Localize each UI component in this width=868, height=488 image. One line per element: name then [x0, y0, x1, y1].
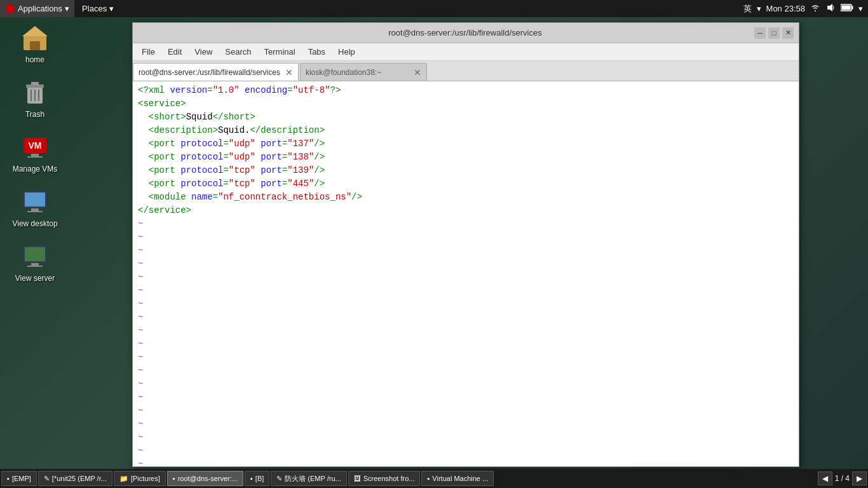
language-indicator[interactable]: 英 — [743, 3, 752, 15]
code-line-8: <port protocol="tcp" port="445"/> — [138, 177, 794, 191]
code-line-10: </service> — [138, 204, 794, 217]
taskbar-firewall-icon: ✎ — [276, 475, 282, 483]
code-line-1: <?xml version="1.0" encoding="utf-8"?> — [138, 84, 794, 97]
manage-vms-icon: VM — [20, 132, 50, 162]
taskbar-vm-icon: ▪ — [427, 475, 430, 482]
close-button[interactable]: ✕ — [782, 27, 794, 39]
lang-arrow: ▾ — [757, 4, 761, 13]
applications-label: Applications — [18, 4, 62, 13]
svg-marker-1 — [827, 4, 832, 11]
tilde-line-14: ~ — [138, 391, 794, 404]
menu-terminal[interactable]: Terminal — [258, 43, 302, 61]
tilde-line-6: ~ — [138, 284, 794, 297]
taskbar-next-button[interactable]: ▶ — [852, 471, 867, 485]
taskbar-item-pictures[interactable]: 📁 [Pictures] — [114, 471, 166, 486]
taskbar-item-emp[interactable]: ▪ [EMP] — [1, 471, 37, 486]
taskbar-pictures-label: [Pictures] — [131, 475, 160, 482]
taskbar-emp-icon: ▪ — [7, 475, 10, 482]
code-line-3: <short>Squid</short> — [138, 111, 794, 124]
taskbar-dns-label: root@dns-server:... — [178, 475, 238, 482]
desktop: Applications ▾ Places ▾ 英 ▾ Mon 23:58 — [0, 0, 868, 488]
trash-icon-label: Trash — [25, 110, 44, 119]
svg-marker-6 — [22, 26, 48, 36]
maximize-button[interactable]: □ — [768, 27, 780, 39]
app-menu-button[interactable]: Applications ▾ — [0, 0, 74, 17]
minimize-button[interactable]: ─ — [754, 27, 766, 39]
terminal-window: root@dns-server:/usr/lib/firewalld/servi… — [132, 22, 799, 467]
svg-rect-24 — [31, 263, 39, 266]
taskbar-firewall-label: 防火墙 (EMP /ru... — [285, 474, 341, 484]
top-bar-left: Applications ▾ Places ▾ — [0, 0, 119, 17]
code-line-9: <module name="nf_conntrack_netbios_ns"/> — [138, 191, 794, 204]
menu-tabs[interactable]: Tabs — [302, 43, 332, 61]
desktop-icon-home[interactable]: home — [10, 22, 60, 64]
editor-content[interactable]: <?xml version="1.0" encoding="utf-8"?> <… — [133, 81, 799, 466]
taskbar-b-label: [B] — [255, 475, 264, 482]
battery-svg — [841, 4, 853, 11]
tilde-line-15: ~ — [138, 404, 794, 417]
taskbar-emp-label: [EMP] — [12, 475, 31, 482]
terminal-titlebar: root@dns-server:/usr/lib/firewalld/servi… — [133, 23, 799, 43]
taskbar-prev-button[interactable]: ◀ — [818, 471, 832, 485]
taskbar-item-screenshot[interactable]: 🖼 Screenshot fro... — [348, 471, 421, 486]
taskbar-item-b[interactable]: ▪ [B] — [245, 471, 269, 486]
power-arrow: ▾ — [858, 4, 863, 13]
menu-file[interactable]: File — [135, 43, 161, 61]
desktop-icon-view-server[interactable]: View server — [10, 241, 60, 283]
tilde-line-18: ~ — [138, 444, 794, 458]
window-controls: ─ □ ✕ — [754, 27, 794, 39]
top-bar: Applications ▾ Places ▾ 英 ▾ Mon 23:58 — [0, 0, 868, 17]
datetime-display: Mon 23:58 — [766, 4, 805, 13]
taskbar-item-firewall[interactable]: ✎ 防火墙 (EMP /ru... — [271, 471, 346, 486]
tilde-line-13: ~ — [138, 377, 794, 391]
menu-help[interactable]: Help — [332, 43, 362, 61]
taskbar-pictures-icon: 📁 — [119, 475, 128, 483]
svg-text:VM: VM — [29, 140, 42, 151]
desktop-icon-manage-vms[interactable]: VM Manage VMs — [10, 132, 60, 173]
taskbar-dns-icon: ▪ — [173, 475, 175, 482]
menu-search[interactable]: Search — [219, 43, 257, 61]
taskbar-page-indicator: ◀ 1 / 4 ▶ — [818, 471, 867, 485]
taskbar-unit25-icon: ✎ — [44, 475, 50, 483]
code-line-7: <port protocol="tcp" port="139"/> — [138, 164, 794, 177]
menu-view[interactable]: View — [188, 43, 219, 61]
svg-rect-16 — [31, 154, 39, 156]
svg-rect-4 — [842, 6, 851, 10]
tilde-line-10: ~ — [138, 337, 794, 351]
tab-kiosk[interactable]: kiosk@foundation38:~ ✕ — [300, 63, 427, 81]
taskbar-item-dns-server[interactable]: ▪ root@dns-server:... — [167, 471, 243, 486]
volume-icon — [825, 3, 836, 15]
home-icon-label: home — [25, 55, 44, 64]
desktop-monitor-svg — [21, 187, 49, 215]
tilde-line-12: ~ — [138, 364, 794, 377]
tab2-close-icon[interactable]: ✕ — [414, 67, 421, 78]
menu-edit[interactable]: Edit — [161, 43, 188, 61]
tilde-line-16: ~ — [138, 417, 794, 431]
taskbar-page-label: 1 / 4 — [835, 474, 850, 483]
svg-rect-20 — [31, 208, 39, 211]
view-desktop-label: View desktop — [12, 219, 57, 228]
svg-rect-19 — [25, 193, 45, 207]
tilde-line-9: ~ — [138, 324, 794, 337]
tilde-line-11: ~ — [138, 351, 794, 364]
svg-rect-25 — [27, 266, 43, 267]
wifi-icon — [810, 3, 820, 15]
desktop-icon-trash[interactable]: Trash — [10, 77, 60, 119]
places-arrow-icon: ▾ — [109, 4, 114, 13]
places-menu[interactable]: Places ▾ — [77, 0, 119, 17]
tab-dns-server[interactable]: root@dns-server:/usr/lib/firewalld/servi… — [133, 63, 299, 81]
desktop-icons-container: home Trash VM — [10, 22, 60, 283]
tab1-close-icon[interactable]: ✕ — [285, 67, 293, 78]
view-server-icon — [20, 241, 50, 271]
terminal-tabs: root@dns-server:/usr/lib/firewalld/servi… — [133, 61, 799, 81]
code-line-5: <port protocol="udp" port="137"/> — [138, 137, 794, 151]
home-folder-icon — [20, 22, 50, 53]
manage-vms-label: Manage VMs — [13, 165, 58, 173]
svg-rect-10 — [31, 82, 39, 85]
desktop-icon-view-desktop[interactable]: View desktop — [10, 186, 60, 228]
tilde-line-3: ~ — [138, 244, 794, 257]
svg-rect-23 — [25, 247, 45, 261]
taskbar-item-vm[interactable]: ▪ Virtual Machine ... — [421, 471, 494, 486]
taskbar-item-unit25[interactable]: ✎ [*unit25 (EMP /r... — [38, 471, 112, 486]
svg-rect-7 — [30, 41, 40, 50]
